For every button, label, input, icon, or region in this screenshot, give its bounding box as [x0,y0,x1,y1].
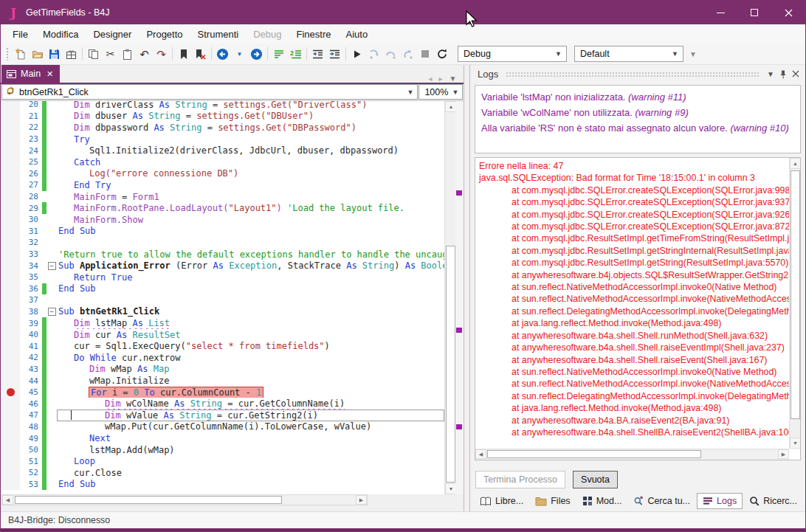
fold-margin[interactable]: − [46,262,57,270]
code-line-38[interactable]: 38−Sub btnGetRk1_Click [1,306,444,318]
code-line-35[interactable]: 35Return True [1,272,444,283]
bookmark-icon[interactable] [175,46,192,63]
tool-tab-logs[interactable]: Logs [697,493,743,509]
code-line-37[interactable]: 37 [1,294,444,306]
log-horizontal-scrollbar[interactable]: ◀ ▶ [475,449,789,460]
code-line-24[interactable]: 24Sql1.Initialize2(driverClass, JdbcUrl,… [1,145,444,156]
code-line-53[interactable]: 53End Sub [1,479,444,491]
code-line-44[interactable]: 44wMap.Initialize [1,375,444,387]
close-panel-icon[interactable] [792,70,799,77]
export-icon[interactable] [63,46,80,63]
code-text[interactable]: MainForm.Show [57,214,444,226]
editor-zoom-select[interactable]: 100% ▼ [418,84,463,100]
scroll-left-icon[interactable]: ◀ [475,449,486,459]
indent-icon[interactable] [326,46,343,63]
breakpoint-margin[interactable] [1,340,20,352]
log-output-box[interactable]: Errore nella linea: 47java.sql.SQLExcept… [475,157,801,460]
code-text[interactable]: 'Return true to allow the default except… [57,249,444,260]
code-text[interactable]: Sql1.Initialize2(driverClass, JdbcUrl, d… [57,145,444,156]
code-editor[interactable]: 20Dim driverClass As String = settings.G… [1,100,464,494]
breakpoint-margin[interactable] [1,202,20,214]
breakpoint-margin[interactable] [1,156,20,168]
menu-progetto[interactable]: Progetto [139,26,190,43]
code-text[interactable]: Sub btnGetRk1_Click [57,306,444,318]
maximize-button[interactable] [737,1,771,24]
breakpoint-margin[interactable] [1,168,20,180]
scroll-down-icon[interactable]: ▼ [445,483,456,494]
scrollbar-thumb[interactable] [487,450,701,458]
back-history-dropdown-icon[interactable]: ▼ [231,46,248,63]
open-project-icon[interactable] [29,46,46,63]
code-line-42[interactable]: 42Do While cur.nextrow [1,352,444,364]
navigate-forward-icon[interactable] [248,46,265,63]
tab-scroll-right-icon[interactable]: ▸ [438,75,442,83]
breakpoint-margin[interactable] [1,260,20,272]
code-text[interactable]: wMap.Put(cur.GetColumnName(i).ToLowerCas… [57,421,444,433]
new-file-icon[interactable] [12,46,29,63]
code-line-26[interactable]: 26Log("errore connessione DB") [1,168,444,180]
menu-strumenti[interactable]: Strumenti [190,26,247,43]
breakpoint-margin[interactable] [1,191,20,203]
scrollbar-thumb[interactable] [446,246,455,483]
code-text[interactable]: Dim wValue As String = cur.GetString2(i) [57,410,444,421]
breakpoint-margin[interactable] [1,100,20,111]
toolbar-overflow-icon[interactable]: ▼ [689,50,697,58]
code-text[interactable]: wMap.Initialize [57,375,444,387]
code-line-20[interactable]: 20Dim driverClass As String = settings.G… [1,100,444,111]
redo-icon[interactable]: ↷ [153,46,170,63]
scroll-left-icon[interactable]: ◀ [2,495,13,505]
tab-close-icon[interactable]: ✕ [46,69,53,79]
code-line-22[interactable]: 22Dim dbpassword As String = settings.Ge… [1,122,444,134]
code-line-31[interactable]: 31End Sub [1,226,444,238]
breakpoint-margin[interactable] [1,467,20,479]
code-text[interactable]: lstMap.Add(wMap) [57,444,444,456]
code-line-41[interactable]: 41cur = Sql1.ExecQuery("select * from ti… [1,340,444,352]
breakpoint-margin[interactable] [1,444,20,456]
code-line-43[interactable]: 43Dim wMap As Map [1,364,444,376]
step-out-icon[interactable] [399,46,416,63]
code-line-46[interactable]: 46Dim wColName As String = cur.GetColumn… [1,398,444,410]
step-into-icon[interactable] [365,46,382,63]
code-text[interactable]: Do While cur.nextrow [57,352,444,364]
navigate-back-icon[interactable] [214,46,231,63]
scrollbar-thumb[interactable] [790,170,800,419]
breakpoint-margin[interactable] [1,134,20,145]
copy-icon[interactable] [85,46,102,63]
code-line-48[interactable]: 48wMap.Put(cur.GetColumnName(i).ToLowerC… [1,421,444,433]
tool-tab-mod[interactable]: Mod... [577,494,627,508]
code-text[interactable]: Dim dbuser As String = settings.Get("DBU… [57,111,444,122]
scroll-down-icon[interactable]: ▼ [790,438,801,449]
warning-mark[interactable] [456,328,462,333]
editor-vertical-scrollbar[interactable]: ▲ ▼ [444,101,455,494]
debug-mode-select[interactable]: Debug ▼ [458,46,567,62]
clear-bookmarks-icon[interactable] [192,46,209,63]
menu-file[interactable]: File [5,26,35,43]
collapse-icon[interactable]: − [48,262,56,270]
breakpoint-margin[interactable] [1,432,20,444]
code-line-21[interactable]: 21Dim dbuser As String = settings.Get("D… [1,111,444,122]
breakpoint-margin[interactable] [1,410,20,421]
tool-tab-ricerc[interactable]: Ricerc... [744,494,802,508]
breakpoint-margin[interactable] [1,214,20,226]
code-text[interactable]: End Sub [57,226,444,238]
warning-mark[interactable] [456,424,462,429]
code-text[interactable]: Try [57,134,444,145]
code-text[interactable]: For i = 0 To cur.ColumnCount - 1 [57,387,444,398]
stop-icon[interactable] [416,46,433,63]
code-text[interactable]: Loop [57,455,444,467]
scroll-up-icon[interactable]: ▲ [445,101,456,112]
sub-navigator-select[interactable]: btnGetRk1_Click ▼ [1,84,418,100]
breakpoint-margin[interactable] [1,111,20,122]
tab-list-dropdown-icon[interactable]: ▼ [449,75,456,83]
comment-icon[interactable] [270,46,287,63]
code-text[interactable]: Dim wColName As String = cur.GetColumnNa… [57,398,444,410]
panel-menu-icon[interactable]: ▼ [767,70,774,78]
code-line-29[interactable]: 29MainForm.RootPane.LoadLayout("Layout1"… [1,202,444,214]
menu-designer[interactable]: Designer [86,26,139,43]
build-config-select[interactable]: Default ▼ [574,46,683,62]
cut-icon[interactable]: ✂ [102,46,119,63]
breakpoint-margin[interactable] [1,329,20,341]
code-text[interactable]: Return True [57,272,444,283]
breakpoint-margin[interactable] [1,249,20,260]
code-line-47[interactable]: 47Dim wValue As String = cur.GetString2(… [1,410,444,421]
